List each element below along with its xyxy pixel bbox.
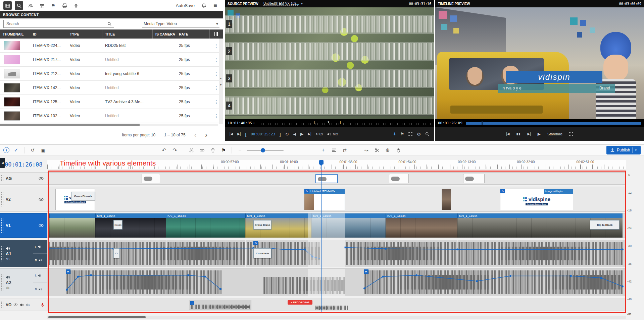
col-id[interactable]: ID [30,29,67,39]
export-icon[interactable] [60,1,69,10]
track-db-label[interactable]: dB [26,303,30,307]
track-header-a1[interactable]: A1 dB L R [0,240,47,267]
track-speaker-icon[interactable] [6,275,10,279]
transition-cross-dissolve[interactable]: Cross Disso [253,220,271,230]
audio-mix-control[interactable]: Mix [327,132,338,136]
track-drag-handle[interactable] [1,301,4,308]
table-horizontal-scrollbar[interactable] [0,124,218,126]
next-clip-icon[interactable]: ▶| [528,132,531,136]
settings-sliders-icon[interactable] [38,1,46,10]
track-lane-vo[interactable]: ↓ ● RECORDING [47,299,626,311]
track-drag-handle[interactable] [1,192,4,207]
track-header-vo[interactable]: VO dB [0,299,47,311]
fullscreen-icon[interactable] [408,132,412,136]
graphics-clip[interactable] [463,174,485,183]
video-clip[interactable]: KAI_1_15544 [386,213,457,238]
audio-waveform[interactable] [49,242,320,265]
undo-icon[interactable]: ↶ [160,146,168,154]
transition-cross[interactable]: Cross [113,220,122,230]
zoom-in-icon[interactable]: + [319,146,327,154]
media-browser-icon[interactable] [3,1,12,10]
track-header-v2[interactable]: V2 [0,187,47,212]
play-reverse-icon[interactable]: ◀ [293,132,296,136]
source-clip-selector[interactable]: Untitled(ITEM-VX-102... [263,2,299,6]
mic-icon[interactable] [72,1,80,10]
video-clip[interactable]: KAI_1_15544 [166,213,245,238]
fullscreen-icon[interactable] [569,132,573,136]
go-to-out-icon[interactable]: ▶| [237,132,241,136]
track-header-a2[interactable]: A2 dB L R [0,268,47,296]
pause-icon[interactable]: ▮▮ [516,132,521,136]
fx-badge[interactable]: fx [364,269,368,274]
search-input[interactable] [4,21,105,26]
clip-selector-chevron-icon[interactable]: ▾ [301,2,303,5]
track-lane-a2[interactable]: fx fx [47,268,626,296]
zoom-slider[interactable] [247,150,284,151]
track-visibility-eye-icon[interactable] [39,198,44,201]
search-submit-icon[interactable] [105,20,114,27]
validate-check-icon[interactable]: ✓ [12,146,20,154]
image-clip-vidispine[interactable]: fx image-vidispin... vidispine An Arvato… [500,189,573,210]
zoom-icon[interactable] [425,132,429,136]
track-drag-handle[interactable] [1,175,4,182]
track-db-label[interactable]: dB [6,257,33,261]
link-clips-icon[interactable] [198,146,206,154]
col-rate[interactable]: RATE [176,29,210,39]
transition-dip-to-black[interactable]: Dip to Black [590,220,620,230]
transition-cr[interactable]: Cr [113,248,119,258]
scrollbar-thumb[interactable] [0,124,140,126]
column-settings-icon[interactable] [210,29,223,39]
notifications-bell-icon[interactable] [200,1,208,10]
razor-tool-icon[interactable] [373,146,381,154]
marker-flag-icon[interactable]: ⚑ [219,146,228,154]
cut-scissors-icon[interactable] [187,146,195,154]
voiceover-mic-icon[interactable] [41,303,44,307]
speed-indicator[interactable]: ↻ 0x [316,132,323,136]
play-icon[interactable]: ▶ [538,132,541,136]
transition-cross-dissolve[interactable]: Cross Dissolv [71,192,95,200]
source-video-viewport[interactable]: 1 2 3 4 [225,7,434,119]
graphics-clip-selected[interactable] [315,174,338,183]
timecode-chevron-icon[interactable]: ▾ [253,122,255,125]
scrollbar-thumb[interactable] [48,316,146,318]
page-next-icon[interactable]: › [205,131,207,139]
publish-button[interactable]: Publish ▾ [606,146,641,154]
col-type[interactable]: TYPE [67,29,102,39]
col-thumbnail[interactable]: THUMBNAIL [0,29,30,39]
zoom-slider-knob[interactable] [261,148,265,152]
search-tool-icon[interactable] [15,1,23,10]
transition-crossfade[interactable]: Crossfade [253,248,271,258]
fx-badge[interactable]: fx [66,269,70,274]
hand-tool-icon[interactable] [394,146,402,154]
track-drag-handle[interactable] [1,274,4,291]
insert-tool-icon[interactable]: ⊕ [384,146,392,154]
video-clip[interactable]: KAI_1_15544 [95,213,166,238]
table-row[interactable]: ITEM-VX-102... Video Untitled 25 fps ⋮ [0,109,223,123]
track-db-label[interactable]: dB [6,286,33,290]
video-clip[interactable] [49,213,95,238]
prev-clip-icon[interactable]: |◀ [506,132,509,136]
track-lane-v1[interactable]: KAI_1_15544 KAI_1_15544 KAI_1_15544 KAI_… [47,213,626,238]
media-type-select[interactable]: Media Type: Video ▾ [142,20,219,28]
track-header-ag[interactable]: AG [0,172,47,185]
timeline-video-viewport[interactable]: vidispin n rva o y e Brand [435,7,644,119]
timeline-progress-bar[interactable] [466,122,641,125]
mark-in-icon[interactable]: [ [245,132,247,136]
fx-badge[interactable]: fx [304,189,309,193]
loop-icon[interactable]: ↻ [285,132,289,136]
graphics-clip[interactable] [142,174,160,183]
source-current-timecode[interactable]: 10:01:40:05 [228,121,252,125]
settings-gear-icon[interactable]: ⚙ [417,132,421,136]
scroll-up-icon[interactable]: ▴ [220,76,222,80]
snapshot-icon[interactable]: ▣ [39,146,47,154]
source-playhead-line[interactable] [340,7,340,119]
track-lane-v2[interactable]: vidispine An Arvato Systems Brand Cross … [47,187,626,212]
table-row[interactable]: ITEM-VX-142... Video Untitled 25 fps ⋮ [0,81,223,95]
quality-selector[interactable]: Standard [547,132,562,136]
selection-timecode[interactable]: 00:00:25:23 [251,132,275,136]
delete-icon[interactable] [209,146,217,154]
marker-flag-icon[interactable]: ⚑ [49,1,57,10]
users-icon[interactable] [26,1,35,10]
page-prev-icon[interactable]: ‹ [194,131,197,139]
track-visibility-eye-icon[interactable] [39,224,44,227]
